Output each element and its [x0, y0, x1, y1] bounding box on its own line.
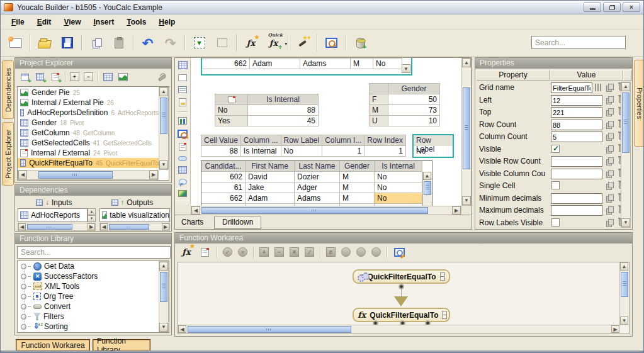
scroll-thumb[interactable]: [188, 326, 351, 333]
table-row[interactable]: 662AdamAdamsMNo: [201, 193, 422, 204]
copy-icon[interactable]: [606, 96, 614, 104]
delay-button-disabled[interactable]: [356, 247, 366, 257]
copy-button[interactable]: [88, 35, 105, 52]
scroll-down-arrow[interactable]: ▼: [159, 160, 168, 169]
explorer-item-adhocreportsdefinition[interactable]: AdHocReportsDefinition6AdHocReports: [18, 108, 159, 118]
divide-operator-button-disabled[interactable]: ∕: [305, 247, 314, 257]
library-item-xml-tools[interactable]: xmlXML Tools: [18, 281, 169, 291]
library-item-org-tree[interactable]: Org Tree: [18, 291, 169, 301]
cell[interactable]: David: [246, 172, 295, 182]
outputs-horizontal-scrollbar[interactable]: ◀ ▶: [99, 223, 170, 231]
top-table-selected[interactable]: 61 Jake Adger M No 662 Adam Adams M No ▼: [201, 58, 412, 76]
cell[interactable]: 61: [201, 182, 246, 193]
zoom-edit-button[interactable]: [393, 246, 405, 259]
cancel-button-disabled[interactable]: ×: [238, 247, 247, 257]
cell[interactable]: 602: [201, 172, 246, 182]
library-item-sorting[interactable]: Sorting: [18, 322, 169, 332]
new-function-button[interactable]: ƒx★: [242, 35, 259, 52]
explorer-item-quickfilterequalto-selected[interactable]: QuickFilterEqualTo45QuickFilterEqualTo: [18, 158, 159, 168]
cell[interactable]: Adams: [300, 59, 351, 69]
row-label[interactable]: F: [370, 94, 388, 105]
expand-toggle[interactable]: [21, 274, 26, 279]
table-row[interactable]: 61JakeAdgerMNo: [201, 182, 422, 193]
column-header[interactable]: Column ...: [240, 135, 281, 146]
row-label[interactable]: Yes: [215, 116, 248, 126]
function-graph-canvas[interactable]: QuickFilterEqualTo − fx QuickFilterEqual…: [178, 262, 630, 334]
explorer-settings-button[interactable]: [156, 72, 167, 82]
title-bar[interactable]: Youcalc Builder - b1505 - YouCalc Exampl…: [1, 1, 643, 14]
library-vertical-scrollbar[interactable]: ▲ ▼: [159, 261, 169, 332]
image-tool-button[interactable]: [178, 190, 187, 197]
scroll-thumb[interactable]: [109, 224, 149, 230]
pivot-row[interactable]: No88: [215, 105, 319, 116]
copy-icon[interactable]: [606, 108, 614, 116]
visible-checkbox-checked[interactable]: [551, 145, 560, 153]
cell[interactable]: M: [340, 182, 375, 193]
left-input[interactable]: [551, 95, 602, 106]
table-row[interactable]: 662 Adam Adams M No: [202, 59, 402, 69]
cell[interactable]: No: [373, 59, 402, 69]
grids-view-button[interactable]: [103, 72, 113, 82]
scroll-left-arrow[interactable]: ◀: [178, 325, 186, 333]
save-button[interactable]: [59, 35, 76, 52]
workarea-horizontal-scrollbar[interactable]: ◀ ▶: [178, 325, 619, 333]
subtract-operator-button-disabled[interactable]: −: [274, 247, 284, 257]
workarea-new-function-button[interactable]: ƒx★: [180, 246, 193, 259]
cell[interactable]: M: [351, 59, 373, 69]
copy-icon[interactable]: [606, 84, 614, 91]
new-document-button[interactable]: [7, 35, 24, 52]
maximum-decimals-input[interactable]: [551, 205, 602, 216]
node-visualization-quickfilterequalto[interactable]: QuickFilterEqualTo −: [353, 269, 450, 284]
library-item-successfactors[interactable]: ✕SuccessFactors: [18, 271, 169, 281]
scroll-thumb[interactable]: [160, 98, 167, 134]
cell[interactable]: 1: [322, 146, 364, 157]
pivot-is-internal[interactable]: Is Internal No88 Yes45: [215, 94, 319, 126]
column-header[interactable]: Row Index: [364, 135, 406, 146]
table-row[interactable]: 602DavidDozierMNo: [201, 172, 422, 182]
properties-vertical-scrollbar[interactable]: ▲ ▼: [621, 82, 631, 228]
redo-button[interactable]: ↷: [162, 35, 179, 52]
candidates-table[interactable]: Candidat... First Name Last Name Gender …: [201, 160, 432, 206]
scroll-up-arrow[interactable]: ▲: [620, 262, 628, 271]
column-header[interactable]: Is Internal: [375, 161, 422, 172]
scroll-right-arrow[interactable]: ▶: [611, 325, 619, 333]
pivot-gender[interactable]: Gender F50 M73 U10: [369, 83, 440, 126]
column-count-input[interactable]: [551, 132, 602, 142]
rename-icon[interactable]: [595, 84, 601, 91]
function-workarea-window-button[interactable]: Function Workarea: [16, 339, 90, 351]
copy-icon[interactable]: [606, 206, 614, 214]
scroll-right-arrow[interactable]: ▶: [162, 223, 169, 230]
expand-toggle[interactable]: [21, 324, 26, 330]
scroll-thumb[interactable]: [424, 181, 431, 195]
library-item-filters[interactable]: Filters: [18, 311, 169, 322]
copy-icon[interactable]: [606, 133, 614, 140]
cell[interactable]: 1: [364, 146, 406, 157]
menu-help[interactable]: Help: [153, 16, 181, 28]
explorer-item-internal-external[interactable]: Internal / External24Pivot: [18, 148, 159, 158]
expand-toggle[interactable]: [21, 294, 26, 300]
explorer-horizontal-scrollbar[interactable]: ◀ ▶: [18, 170, 159, 180]
scroll-thumb[interactable]: [621, 272, 628, 297]
wizard-button[interactable]: [294, 35, 311, 52]
top-input[interactable]: [551, 107, 602, 118]
pivot-row[interactable]: Yes45: [215, 116, 319, 126]
cell[interactable]: Jake: [246, 182, 295, 193]
scroll-up-arrow[interactable]: ▲: [462, 59, 471, 67]
scroll-down-arrow[interactable]: ▼: [621, 218, 630, 227]
menu-file[interactable]: File: [6, 16, 30, 28]
close-button[interactable]: ×: [623, 3, 640, 12]
add-connection-button[interactable]: [50, 72, 60, 82]
column-header[interactable]: Last Name: [295, 161, 340, 172]
toolbar-search-input[interactable]: [531, 36, 626, 49]
candidates-vertical-scrollbar[interactable]: ▲: [422, 172, 432, 206]
library-item-convert[interactable]: Convert: [18, 301, 169, 311]
tab-properties-vertical[interactable]: Properties: [634, 60, 644, 147]
undo-button[interactable]: ↶: [139, 35, 156, 52]
menu-edit[interactable]: Edit: [31, 16, 57, 28]
table-scroll-down-arrow[interactable]: ▼: [402, 64, 410, 73]
scroll-thumb[interactable]: [160, 272, 167, 302]
cell[interactable]: No: [375, 172, 422, 182]
pivot-column-header[interactable]: Gender: [388, 84, 440, 94]
add-grid-button[interactable]: [35, 72, 45, 82]
preview-tool-button[interactable]: [178, 130, 188, 138]
